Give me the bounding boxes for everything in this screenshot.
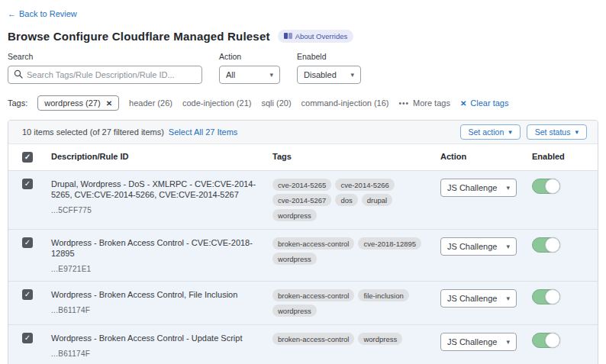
check-icon: ✓ [24, 180, 31, 188]
about-overrides-badge[interactable]: About Overrides [278, 30, 354, 43]
column-header-action: Action [440, 144, 523, 170]
tag-filter-option[interactable]: command-injection (16) [301, 98, 389, 108]
enabled-toggle[interactable] [532, 289, 560, 304]
column-header-tags: Tags [272, 144, 440, 170]
row-checkbox[interactable]: ✓ [22, 179, 33, 189]
toggle-knob [545, 333, 560, 348]
tag-pill: broken-access-control [272, 333, 354, 345]
rule-description: Drupal, Wordpress - DoS - XMLRPC - CVE:C… [51, 179, 272, 200]
back-link[interactable]: ←Back to Review [8, 9, 77, 18]
chevron-down-icon: ▾ [506, 338, 510, 346]
chevron-down-icon: ▾ [269, 71, 273, 79]
select-all-checkbox[interactable]: ✓ [22, 152, 33, 163]
book-icon [284, 33, 292, 40]
action-select[interactable]: JS Challenge ▾ [440, 179, 517, 197]
rule-tags: broken-access-controlwordpress [272, 325, 440, 364]
page: ←Back to Review Browse Configure Cloudfl… [0, 0, 606, 364]
enabled-filter-label: Enabeld [297, 52, 361, 61]
rule-id: ...B61174F [51, 306, 272, 314]
tag-pill: wordpress [272, 253, 317, 265]
toggle-knob [545, 289, 560, 304]
tag-pill: cve-2014-5265 [272, 179, 331, 191]
rule-tags: broken-access-controlcve-2018-12895wordp… [272, 230, 440, 281]
selected-tag-chip[interactable]: wordpress (27) ✕ [37, 95, 119, 111]
tag-pill: cve-2014-5266 [335, 179, 394, 191]
search-icon [14, 68, 23, 82]
search-label: Search [8, 52, 202, 61]
table-row: ✓ Wordpress - Broken Access Control - CV… [8, 229, 598, 281]
enabled-toggle[interactable] [532, 237, 560, 253]
rules-table: 10 items selected (of 27 filtered items)… [8, 120, 598, 364]
tag-pill: wordpress [272, 304, 317, 317]
enabled-filter-select[interactable]: Disabled ▾ [297, 66, 361, 84]
tag-filter-option[interactable]: sqli (20) [261, 98, 291, 108]
table-row: ✓ Wordpress - Broken Access Control - Up… [8, 324, 598, 364]
table-body: ✓ Drupal, Wordpress - DoS - XMLRPC - CVE… [8, 170, 598, 364]
tag-filter-option[interactable]: header (26) [129, 98, 172, 108]
back-arrow-icon: ← [8, 9, 16, 18]
rule-description: Wordpress - Broken Access Control - Upda… [51, 333, 272, 343]
tag-pill: dos [335, 194, 357, 206]
selection-summary: 10 items selected (of 27 filtered items) [22, 127, 164, 137]
tag-remove-icon[interactable]: ✕ [106, 99, 112, 108]
selection-bar: 10 items selected (of 27 filtered items)… [8, 121, 598, 143]
chevron-down-icon: ▾ [506, 243, 510, 250]
rule-description: Wordpress - Broken Access Control - CVE:… [51, 237, 272, 259]
rule-tags: cve-2014-5265cve-2014-5266cve-2014-5267d… [272, 171, 440, 229]
tag-pill: wordpress [272, 209, 317, 221]
row-checkbox[interactable]: ✓ [22, 237, 33, 248]
table-row: ✓ Drupal, Wordpress - DoS - XMLRPC - CVE… [8, 170, 598, 229]
chevron-down-icon: ▾ [575, 128, 579, 136]
toggle-knob [545, 179, 560, 194]
rule-id: ...B61174F [51, 350, 272, 358]
tag-pill: cve-2018-12895 [358, 237, 421, 250]
rule-description: Wordpress - Broken Access Control, File … [51, 289, 272, 300]
column-header-description: Description/Rule ID [51, 144, 272, 170]
table-header: ✓ Description/Rule ID Tags Action Enable… [8, 143, 598, 170]
chevron-down-icon: ▾ [506, 295, 510, 302]
rule-id: ...5CFF775 [51, 206, 272, 214]
rule-id: ...E9721E1 [51, 265, 272, 273]
chevron-down-icon: ▾ [350, 71, 354, 79]
action-select[interactable]: JS Challenge ▾ [440, 289, 517, 308]
check-icon: ✓ [24, 239, 31, 246]
clear-tags-button[interactable]: ✕Clear tags [460, 98, 509, 108]
enabled-toggle[interactable] [532, 333, 560, 348]
tag-pill: broken-access-control [272, 289, 354, 301]
tag-filter-option[interactable]: code-injection (21) [182, 98, 252, 108]
search-box[interactable] [8, 66, 202, 84]
tag-pill: wordpress [358, 333, 402, 345]
action-select[interactable]: JS Challenge ▾ [440, 333, 517, 351]
tag-pill: file-inclusion [358, 289, 408, 301]
enabled-toggle[interactable] [532, 179, 560, 194]
more-tags-button[interactable]: •••More tags [398, 98, 450, 108]
action-filter-label: Action [219, 52, 280, 61]
check-icon: ✓ [24, 153, 31, 161]
check-icon: ✓ [24, 291, 31, 298]
chevron-down-icon: ▾ [506, 184, 510, 192]
rule-tags: broken-access-controlfile-inclusionwordp… [272, 282, 440, 324]
chevron-down-icon: ▾ [508, 128, 512, 136]
select-all-link[interactable]: Select All 27 Items [169, 127, 238, 137]
search-input[interactable] [27, 70, 196, 79]
check-icon: ✓ [24, 334, 31, 342]
page-title: Browse Configure Cloudflare Managed Rule… [8, 30, 270, 43]
tag-pill: broken-access-control [272, 237, 354, 250]
action-select[interactable]: JS Challenge ▾ [440, 237, 517, 256]
column-header-enabled: Enabled [523, 144, 598, 170]
action-filter-select[interactable]: All ▾ [219, 66, 280, 84]
ellipsis-icon: ••• [398, 99, 409, 108]
tag-pill: cve-2014-5267 [272, 194, 331, 206]
tag-pill: drupal [362, 194, 392, 206]
row-checkbox[interactable]: ✓ [22, 333, 33, 343]
set-action-button[interactable]: Set action▾ [460, 124, 521, 140]
tags-label: Tags: [8, 98, 27, 108]
toggle-knob [545, 237, 560, 253]
close-icon: ✕ [460, 99, 466, 108]
row-checkbox[interactable]: ✓ [22, 289, 33, 300]
set-status-button[interactable]: Set status▾ [527, 124, 587, 140]
table-row: ✓ Wordpress - Broken Access Control, Fil… [8, 281, 598, 324]
